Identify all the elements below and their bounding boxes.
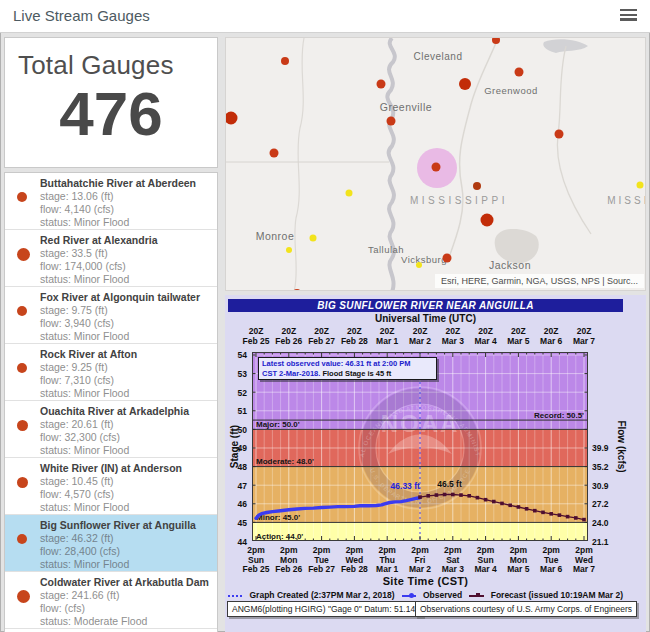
map-place-label: Greenville bbox=[380, 101, 432, 113]
gauge-stage: stage: 9.25 (ft) bbox=[40, 361, 213, 374]
forecast-marker bbox=[476, 496, 480, 500]
gauge-list-item[interactable]: Ouachita River at Arkadelphiastage: 20.6… bbox=[5, 401, 217, 458]
gauge-list-item[interactable]: Fox River at Algonquin tailwaterstage: 9… bbox=[5, 287, 217, 344]
flow-tick-label: 35.2 bbox=[592, 462, 618, 472]
map-gauge-dot[interactable] bbox=[310, 235, 317, 242]
gauge-status-dot-icon bbox=[17, 420, 28, 431]
gauge-flow: flow: 28,400 (cfs) bbox=[40, 545, 213, 558]
map-place-label: Cleveland bbox=[414, 51, 463, 62]
gauge-status-dot-icon bbox=[17, 306, 27, 316]
app-window: Live Stream Gauges Total Gauges 476 Butt… bbox=[0, 0, 650, 632]
top-tick-date: Feb 26 bbox=[272, 336, 306, 346]
map-gauge-dot[interactable] bbox=[270, 149, 279, 158]
gauge-stage: stage: 241.66 (ft) bbox=[40, 589, 213, 602]
map-gauge-dot[interactable] bbox=[286, 247, 292, 253]
bottom-tick-day: Wed bbox=[337, 555, 371, 565]
top-tick-hour: 20Z bbox=[403, 326, 437, 336]
bottom-tick-date: Feb 27 bbox=[305, 564, 339, 574]
bottom-tick-hour: 2pm bbox=[272, 545, 306, 555]
gauge-list-item[interactable]: Buttahatchie River at Aberdeenstage: 13.… bbox=[5, 173, 217, 230]
forecast-marker bbox=[443, 493, 447, 497]
selected-gauge-dot[interactable] bbox=[432, 163, 441, 172]
gauge-status: status: Minor Flood bbox=[40, 558, 213, 571]
forecast-marker bbox=[492, 500, 496, 504]
forecast-marker bbox=[558, 513, 562, 517]
map-place-label: Jackson bbox=[489, 259, 531, 271]
map-gauge-dot[interactable] bbox=[377, 80, 386, 89]
map-gauge-dot[interactable] bbox=[555, 130, 564, 139]
stage-tick-label: 52 bbox=[227, 388, 247, 398]
bottom-tick-date: Mar 1 bbox=[370, 564, 404, 574]
gauge-name: Red River at Alexandria bbox=[40, 234, 213, 247]
gauge-status-dot-icon bbox=[17, 534, 27, 544]
forecast-swatch-icon bbox=[469, 592, 483, 599]
page-title: Live Stream Gauges bbox=[13, 7, 150, 24]
forecast-marker bbox=[517, 505, 521, 509]
bottom-tick-date: Mar 4 bbox=[469, 564, 503, 574]
latest-observed-line2: CST 2-Mar-2018. Flood Stage is 45 ft bbox=[262, 369, 433, 379]
chart-legend: Graph Created (2:37PM Mar 2, 2018) Obser… bbox=[228, 590, 623, 600]
gauge-name: Buttahatchie River at Aberdeen bbox=[40, 177, 213, 190]
gauge-stage: stage: 9.75 (ft) bbox=[40, 304, 213, 317]
gauge-name: Coldwater River at Arkabutla Dam bbox=[40, 576, 213, 589]
stage-tick-label: 49 bbox=[227, 443, 247, 453]
map-gauge-dot[interactable] bbox=[515, 68, 524, 77]
gauge-flow: flow: 4,570 (cfs) bbox=[40, 488, 213, 501]
forecast-marker bbox=[459, 493, 463, 497]
forecast-marker bbox=[451, 493, 455, 497]
gauge-list-item[interactable]: Red River at Alexandriastage: 33.5 (ft)f… bbox=[5, 230, 217, 287]
gauge-flow: flow: 174,000 (cfs) bbox=[40, 260, 213, 273]
map-gauge-dot[interactable] bbox=[459, 78, 471, 90]
flow-tick-label: 24.0 bbox=[592, 518, 618, 528]
map-gauge-dot[interactable] bbox=[416, 262, 422, 268]
observations-credit-box: Observations courtesy of U.S. Army Corps… bbox=[415, 601, 637, 617]
gauge-flow: flow: 32,300 (cfs) bbox=[40, 431, 213, 444]
map-gauge-dot[interactable] bbox=[473, 182, 481, 190]
gauge-status-dot-icon bbox=[17, 590, 30, 603]
top-tick-date: Mar 7 bbox=[567, 336, 601, 346]
top-axis-label: Universal Time (UTC) bbox=[228, 313, 623, 324]
gauge-status-dot-icon bbox=[17, 477, 28, 488]
top-tick-hour: 20Z bbox=[567, 326, 601, 336]
flow-tick-label: 30.9 bbox=[592, 481, 618, 491]
bottom-tick-date: Feb 26 bbox=[272, 564, 306, 574]
gauge-status-dot-icon bbox=[17, 248, 30, 261]
bottom-axis-label: Site Time (CST) bbox=[228, 575, 623, 587]
hydrograph-plot: NOAANATIONAL OCEANIC AND ATMOSPHERIC ADM… bbox=[252, 352, 588, 541]
forecast-marker bbox=[508, 503, 512, 507]
gauge-list: Buttahatchie River at Aberdeenstage: 13.… bbox=[4, 172, 218, 632]
map-gauge-dot[interactable] bbox=[637, 182, 644, 189]
map-gauge-dot[interactable] bbox=[346, 190, 353, 197]
forecast-marker bbox=[500, 502, 504, 506]
bottom-tick-hour: 2pm bbox=[305, 545, 339, 555]
bottom-tick-hour: 2pm bbox=[239, 545, 273, 555]
gauge-list-item[interactable]: Big Sunflower River at Anguillastage: 46… bbox=[5, 515, 217, 572]
bottom-tick-day: Mon bbox=[272, 555, 306, 565]
top-tick-hour: 20Z bbox=[534, 326, 568, 336]
total-gauges-title: Total Gauges bbox=[18, 50, 217, 81]
map-gauge-dot[interactable] bbox=[481, 214, 494, 227]
gauge-list-item[interactable]: Coldwater River at Arkabutla Damstage: 2… bbox=[5, 572, 217, 629]
map-gauge-dot[interactable] bbox=[387, 117, 396, 126]
menu-bar bbox=[620, 14, 637, 16]
gauge-flow: flow: 4,140 (cfs) bbox=[40, 203, 213, 216]
gauge-list-item[interactable]: Rock River at Aftonstage: 9.25 (ft)flow:… bbox=[5, 344, 217, 401]
gauge-list-item[interactable]: White River (IN) at Andersonstage: 10.45… bbox=[5, 458, 217, 515]
gauge-status-dot-icon bbox=[17, 192, 27, 202]
hamburger-menu-icon[interactable] bbox=[618, 8, 638, 24]
gauge-name: Rock River at Afton bbox=[40, 348, 213, 361]
forecast-marker bbox=[435, 493, 439, 497]
threshold-label: Record: 50.5' bbox=[534, 411, 584, 420]
top-tick-date: Mar 2 bbox=[403, 336, 437, 346]
map-panel[interactable]: ClevelandGreenwoodGreenvilleMISSISSIPPIM… bbox=[225, 37, 646, 291]
top-tick-date: Mar 5 bbox=[501, 336, 535, 346]
bottom-tick-day: Mon bbox=[501, 555, 535, 565]
map-place-label: Greenwood bbox=[484, 85, 538, 96]
map-gauge-dot[interactable] bbox=[281, 57, 289, 65]
bottom-tick-day: Sun bbox=[239, 555, 273, 565]
forecast-marker bbox=[574, 516, 578, 520]
bottom-tick-hour: 2pm bbox=[337, 545, 371, 555]
total-gauges-value: 476 bbox=[5, 81, 217, 147]
map-gauge-dot[interactable] bbox=[443, 254, 452, 263]
bottom-tick-date: Mar 6 bbox=[534, 564, 568, 574]
